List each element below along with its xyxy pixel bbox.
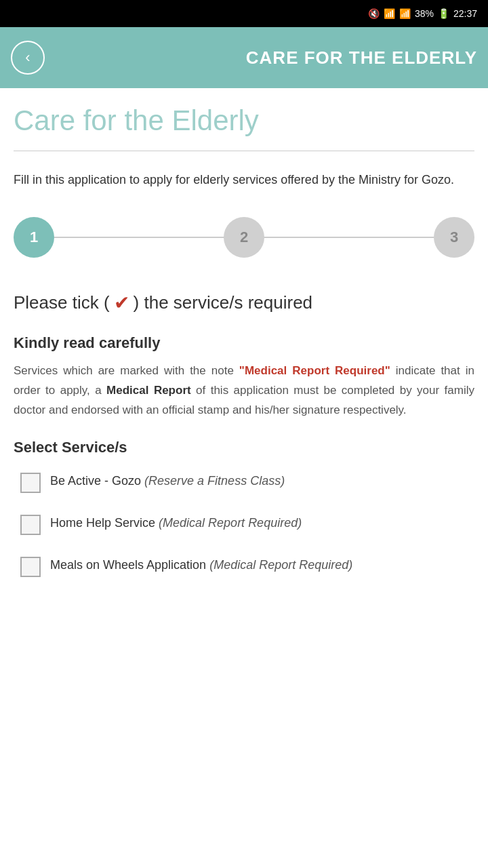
home-help-name: Home Help Service [50, 516, 155, 530]
step-1[interactable]: 1 [14, 217, 54, 258]
mute-icon: 🔇 [368, 8, 380, 19]
be-active-checkbox[interactable] [20, 473, 41, 493]
bold-dark-text: Medical Report [106, 384, 191, 397]
meals-on-wheels-note-text: (Medical Report Required) [209, 558, 352, 572]
meals-on-wheels-name: Meals on Wheels Application [50, 558, 206, 572]
tick-text-after: ) the service/s required [134, 292, 312, 313]
list-item: Be Active - Gozo (Reserve a Fitness Clas… [20, 471, 474, 493]
home-help-label: Home Help Service (Medical Report Requir… [50, 513, 302, 533]
read-carefully-text: Services which are marked with the note … [14, 361, 474, 420]
tick-instruction: Please tick ( ✔ ) the service/s required [14, 292, 474, 314]
tick-text-before: Please tick ( [14, 292, 110, 313]
select-service-title: Select Service/s [14, 439, 474, 456]
time: 22:37 [453, 8, 477, 19]
home-help-checkbox[interactable] [20, 515, 41, 535]
navbar-title: CARE FOR THE ELDERLY [45, 47, 477, 68]
meals-on-wheels-label: Meals on Wheels Application (Medical Rep… [50, 555, 352, 575]
steps-container: 1 2 3 [14, 217, 474, 258]
back-icon: ‹ [25, 49, 30, 66]
tick-icon: ✔ [114, 292, 129, 314]
read-text-1: Services which are marked with the note [14, 364, 239, 377]
back-button[interactable]: ‹ [11, 41, 45, 75]
home-help-note-text: (Medical Report Required) [159, 516, 302, 530]
main-content: Care for the Elderly Fill in this applic… [0, 88, 488, 614]
be-active-name: Be Active - Gozo [50, 474, 141, 488]
page-title: Care for the Elderly [14, 104, 474, 137]
step-3[interactable]: 3 [434, 217, 474, 258]
navbar: ‹ CARE FOR THE ELDERLY [0, 27, 488, 88]
intro-text: Fill in this application to apply for el… [14, 170, 474, 190]
service-list: Be Active - Gozo (Reserve a Fitness Clas… [14, 471, 474, 577]
be-active-label: Be Active - Gozo (Reserve a Fitness Clas… [50, 471, 285, 491]
battery-icon: 🔋 [438, 8, 449, 19]
read-carefully-title: Kindly read carefully [14, 334, 474, 352]
list-item: Meals on Wheels Application (Medical Rep… [20, 555, 474, 577]
meals-on-wheels-checkbox[interactable] [20, 557, 41, 577]
list-item: Home Help Service (Medical Report Requir… [20, 513, 474, 535]
battery-percent: 38% [415, 8, 434, 19]
status-bar: 🔇 📶 📶 38% 🔋 22:37 [0, 0, 488, 27]
signal-icon: 📶 [399, 8, 411, 19]
divider [14, 151, 474, 151]
wifi-icon: 📶 [384, 8, 395, 19]
status-icons: 🔇 📶 📶 38% 🔋 22:37 [368, 8, 477, 19]
be-active-note-text: (Reserve a Fitness Class) [144, 474, 285, 488]
bold-red-text: "Medical Report Required" [239, 364, 390, 377]
step-2[interactable]: 2 [224, 217, 264, 258]
